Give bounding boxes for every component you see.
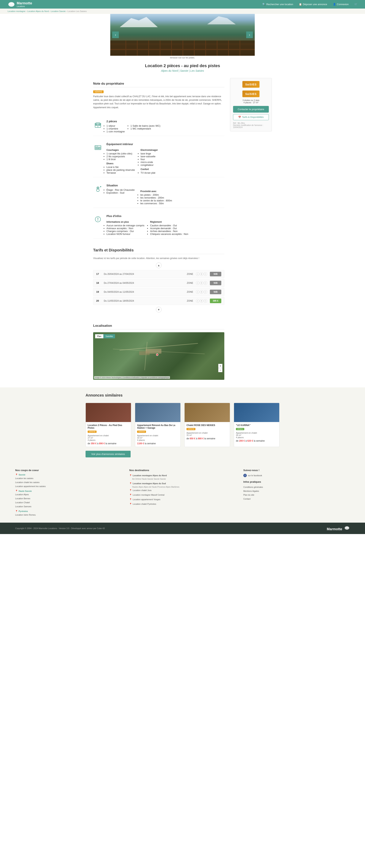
footer-link[interactable]: Location Isère Romeu [15, 513, 122, 517]
equipment-item: Terrasse [106, 172, 135, 174]
similar-badge-3: VÉRIFIÉ [187, 428, 195, 430]
listing-title: Location 2 pièces - au pied des pistes [0, 63, 365, 68]
tarifs-up-btn[interactable]: ▲ [156, 262, 162, 268]
sidebar-capacity: 4 places · 27 m² [233, 101, 269, 104]
info-item: Aucun service de ménage compris [106, 224, 144, 227]
footer-pyrenees-region: 📍 Pyrénées [15, 510, 122, 513]
site-logo[interactable]: Marmotte Locations [8, 1, 32, 8]
rooms-col-right: 1 Salle de bains (avec WC) 1 WC indépend… [130, 124, 161, 133]
hero-caption: terrasse vue sur les pistes. [110, 56, 255, 60]
footer-dest-pyrenees-link[interactable]: 📍Location chalet Pyrénées [129, 502, 236, 506]
map-container: Plan Satellite + − Image © 2024 Maxar Te… [93, 332, 224, 380]
similar-price-1: de 350 € à 890 € la semaine [88, 442, 129, 445]
footer-infos-link[interactable]: Contact [243, 497, 350, 501]
similar-badge-1: VÉRIFIÉ [88, 431, 97, 433]
situation-col-left: Étage : Rez de Chaussée Exposition : Sud [106, 188, 135, 205]
rooms-col-left: 1 séjour 1 chambre 1 coin montagne [106, 124, 125, 133]
footer-link[interactable]: Location appartement les saisies [15, 485, 122, 488]
brand-logo-1: SaiSIES [242, 81, 260, 88]
map-tab-plan[interactable]: Plan [95, 334, 103, 338]
cart-link[interactable]: 🛒 [354, 3, 357, 6]
localisation-section: Localisation Plan Satellite [93, 320, 224, 383]
breadcrumb-link-1[interactable]: Location montagne [8, 10, 26, 12]
footer-dest-link[interactable]: 📍Location appartement Vosges [129, 497, 236, 502]
tarif-zone: ZONE [187, 290, 193, 293]
tarif-row-20: 20 Du 11/05/2024 au 18/05/2024 ZONE A B … [93, 297, 224, 305]
tarif-dates: Du 04/05/2024 au 11/05/2024 [104, 290, 184, 293]
content-left: Note du propriétaire VÉRIFIÉ Particulier… [93, 78, 224, 383]
post-link[interactable]: 📋 Déposer une annonce [299, 3, 327, 6]
sidebar: SaiSIES SaiSIES 3 étoiles ou 2 épis 4 pl… [230, 78, 272, 383]
tarif-price: N/B [210, 272, 221, 276]
breadcrumb-link-2[interactable]: Location Alpes du Nord [27, 10, 49, 12]
tarif-row-19: 19 Du 04/05/2024 au 11/05/2024 ZONE A B … [93, 288, 224, 296]
verified-badge: VÉRIFIÉ [93, 90, 104, 93]
equipment-item: 1 canapé lits (clés-clés) [106, 152, 135, 155]
info-item: Chèques vacances acceptés : Non [150, 232, 188, 236]
similar-card-1[interactable]: Location 2 Pièces - Au Pied Des Pistes V… [86, 403, 131, 447]
pin-icon: 📍 [15, 510, 18, 513]
map-zoom-in-button[interactable]: + [218, 364, 223, 368]
footer-infos-link[interactable]: Plan du site [243, 493, 350, 497]
footer-col-social: Suivez-nous ! f sur le facebook Infos pr… [243, 469, 350, 517]
svg-point-11 [98, 218, 98, 218]
similar-card-4[interactable]: "LE KARINA" VENDU Appartement en chalet … [234, 403, 279, 447]
footer-infos-link[interactable]: Mentions légales [243, 489, 350, 493]
similar-card-3[interactable]: Chalet ROSE DES NEIGES VÉRIFIÉ Apparteme… [185, 403, 230, 447]
next-image-button[interactable]: › [246, 32, 253, 38]
login-link[interactable]: 👤 Connexion [333, 3, 349, 6]
footer-copyright: Copyright © 2004 - 2024 Marmotte Locatio… [15, 527, 105, 529]
footer-dest-alps-nord-sub: Ain Drôme Haute-Savoie Savoie Savoie [129, 478, 236, 480]
footer-dest-link[interactable]: Location montagne Alpes du Nord [133, 473, 167, 477]
owner-note-section: Note du propriétaire VÉRIFIÉ Particulier… [93, 78, 224, 113]
similar-type-4: Appartement en chalet [236, 432, 277, 434]
footer-dest-link[interactable]: 📍Location montagne Massif Central [129, 493, 236, 497]
prev-image-button[interactable]: ‹ [112, 32, 119, 38]
footer-savoie-region: 📍 Savoie [15, 473, 122, 476]
footer-dest-link[interactable]: Location montagne Alpes du Sud [133, 482, 166, 486]
similar-card-2[interactable]: Appartement Rénové Au Bas De La Station … [135, 403, 180, 447]
tarif-zone: ZONE [187, 282, 193, 284]
tarifs-desc: Visualisez ici les tarifs par période de… [93, 257, 224, 259]
search-icon: 🔍 [262, 3, 265, 6]
tariff-availability-button[interactable]: 📅 Tarifs & Disponibilités [233, 114, 269, 120]
breadcrumb-link-3[interactable]: Location Savoie [51, 10, 66, 12]
map-zoom-out-button[interactable]: − [218, 368, 223, 372]
footer-col-destinations: Nos destinations 📍 Location montagne Alp… [129, 469, 236, 517]
site-header: Marmotte Locations 🔍 Rechercher une loca… [0, 0, 365, 8]
equipment-item: place de parking réservée [106, 168, 135, 172]
info-item: Animaux acceptés : Non [106, 227, 144, 230]
footer-link[interactable]: Location Bernex [15, 497, 122, 501]
info-item: Location NON fumeur [106, 232, 144, 236]
equipment-item: Local à Ski [106, 166, 135, 168]
hero-image [110, 14, 255, 56]
footer-link[interactable]: Location les saisies [15, 476, 122, 480]
footer-link[interactable]: Location Chatel [15, 501, 122, 504]
footer-link[interactable]: Location Alpes [15, 493, 122, 497]
footer-link[interactable]: Location chalet les saisies [15, 480, 122, 485]
brand-logo-2: SaiSIES [242, 91, 260, 97]
similar-type-1: Appartement en chalet [88, 434, 129, 437]
similar-price-4: de 200 € à 620 € la semaine [236, 439, 277, 442]
see-more-button[interactable]: Voir plus d'annonces similaires [86, 451, 131, 457]
svg-rect-7 [99, 148, 100, 149]
contact-owner-button[interactable]: Contacter le propriétaire [233, 106, 269, 113]
similar-wrapper: Annonces similaires Location 2 Pièces - … [78, 393, 287, 457]
equipment-item: micro-onde [141, 161, 158, 163]
footer-infos-link[interactable]: Conditions générales [243, 485, 350, 489]
search-link[interactable]: 🔍 Rechercher une location [262, 3, 293, 6]
tarifs-down-btn[interactable]: ▼ [156, 307, 162, 312]
situation-content: Situation Étage : Rez de Chaussée Exposi… [106, 184, 224, 205]
similar-price-2: 1100 € la semaine [137, 442, 178, 445]
equipment-icon [93, 143, 103, 152]
similar-size-1: 27 m² [88, 437, 129, 439]
footer-link[interactable]: Location Samoes [15, 504, 122, 508]
room-item: 1 chambre [106, 127, 125, 130]
footer-top: Nos coups de coeur 📍 Savoie Location les… [0, 463, 365, 523]
map-tab-satellite[interactable]: Satellite [103, 334, 115, 338]
tarif-price: N/B [210, 281, 221, 285]
equipment-item: 2 lits superposés [106, 155, 135, 158]
similar-type-3: Appartement en chalet [187, 432, 228, 434]
footer-facebook-link[interactable]: f sur le facebook [243, 473, 350, 477]
footer-dest-link[interactable]: 📍Location chalet Jura [129, 488, 236, 493]
